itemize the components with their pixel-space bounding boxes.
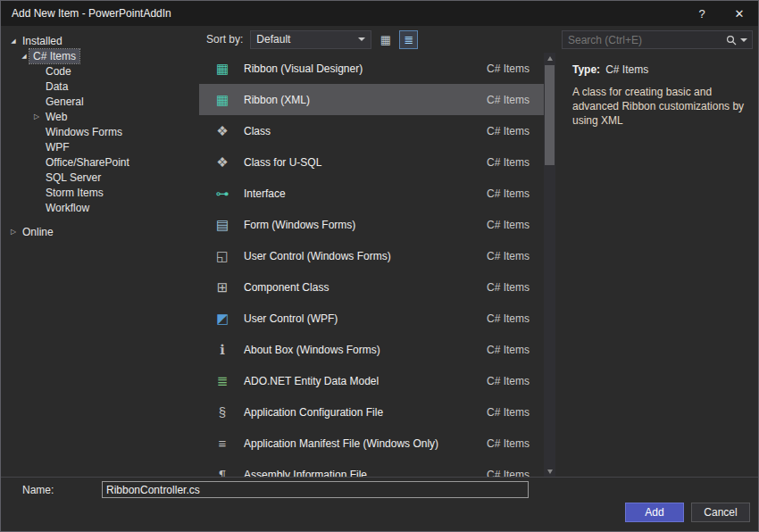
dialog-footer: Name: Add Cancel — [1, 477, 758, 531]
search-icon[interactable] — [726, 35, 737, 46]
tree-node-workflow[interactable]: Workflow — [1, 200, 199, 215]
template-type: C# Items — [487, 437, 530, 450]
template-list-item[interactable]: ◩ User Control (WPF) C# Items — [199, 303, 544, 334]
tree-node-code[interactable]: Code — [1, 63, 199, 79]
template-list-item[interactable]: ⊶ Interface C# Items — [199, 178, 544, 209]
tree-node-data[interactable]: Data — [1, 79, 199, 94]
class-icon: ❖ — [212, 123, 233, 139]
add-button[interactable]: Add — [625, 503, 684, 522]
tree-child-label: WPF — [42, 140, 73, 154]
interface-icon: ⊶ — [212, 186, 233, 202]
template-list-item[interactable]: ▦ Ribbon (XML) C# Items — [199, 84, 544, 115]
tree-node-sql-server[interactable]: SQL Server — [1, 170, 199, 185]
scrollbar-thumb[interactable] — [545, 65, 555, 165]
tree-child-label: SQL Server — [42, 170, 104, 185]
template-name: Component Class — [244, 281, 487, 294]
sort-dropdown[interactable]: Default — [250, 30, 371, 49]
template-name: Ribbon (XML) — [244, 94, 487, 106]
collapse-arrow-icon[interactable]: ▷ — [8, 228, 19, 236]
tree-node-web[interactable]: ▷ Web — [1, 109, 199, 124]
user-control-winforms-icon: ◱ — [212, 248, 233, 264]
tree-node-installed[interactable]: ◢ Installed — [1, 33, 199, 48]
tree-node-wpf[interactable]: WPF — [1, 139, 199, 154]
tree-node-storm-items[interactable]: Storm Items — [1, 185, 199, 200]
add-new-item-dialog: Add New Item - PowerPointAddIn ? ✕ ◢ Ins… — [0, 0, 759, 532]
sort-dropdown-value: Default — [251, 33, 358, 46]
tree-node-general[interactable]: General — [1, 94, 199, 109]
about-box-icon: ℹ — [212, 342, 233, 358]
app-manifest-file-icon: ≡ — [212, 436, 233, 451]
template-list-item[interactable]: ¶ Assembly Information File C# Items — [199, 459, 544, 478]
expand-arrow-icon[interactable]: ◢ — [19, 53, 29, 60]
category-tree: ◢ Installed ◢ C# Items Code Data General… — [1, 26, 199, 478]
medium-icons-view-button[interactable]: ▦ — [376, 30, 395, 49]
template-list-item[interactable]: § Application Configuration File C# Item… — [199, 396, 544, 428]
template-type: C# Items — [487, 94, 530, 106]
template-name: Class — [244, 125, 487, 137]
template-list-item[interactable]: ≣ ADO.NET Entity Data Model C# Items — [199, 365, 544, 396]
title-bar: Add New Item - PowerPointAddIn ? ✕ — [1, 1, 758, 26]
expand-arrow-icon[interactable]: ◢ — [8, 37, 19, 45]
app-config-file-icon: § — [212, 404, 233, 420]
type-row: Type:C# Items — [572, 63, 747, 76]
tree-node-online[interactable]: ▷ Online — [1, 224, 199, 239]
template-list-item[interactable]: ▤ Form (Windows Forms) C# Items — [199, 209, 544, 240]
template-name: Interface — [244, 187, 487, 200]
tree-child-label: Storm Items — [42, 186, 107, 200]
list-scrollbar[interactable] — [544, 53, 555, 478]
tree-node-office-sharepoint[interactable]: Office/SharePoint — [1, 154, 199, 170]
template-name: Form (Windows Forms) — [244, 219, 487, 231]
search-input[interactable] — [563, 34, 726, 46]
template-list-item[interactable]: ℹ About Box (Windows Forms) C# Items — [199, 334, 544, 365]
sort-toolbar: Sort by: Default ▦ ≣ — [199, 26, 562, 53]
cancel-button[interactable]: Cancel — [691, 503, 750, 522]
template-type: C# Items — [487, 156, 530, 169]
sort-by-label: Sort by: — [206, 33, 243, 46]
tree-child-label: General — [42, 95, 88, 109]
tree-child-arrow[interactable]: ▷ — [31, 112, 42, 121]
template-type: C# Items — [487, 219, 530, 231]
small-icons-view-button[interactable]: ≣ — [399, 30, 418, 49]
template-type: C# Items — [487, 344, 530, 356]
template-list-item[interactable]: ◱ User Control (Windows Forms) C# Items — [199, 240, 544, 271]
tree-label-online: Online — [19, 225, 57, 239]
search-icons — [726, 35, 752, 46]
template-name: User Control (Windows Forms) — [244, 250, 487, 262]
help-button[interactable]: ? — [683, 1, 721, 26]
tree-label-installed: Installed — [19, 34, 66, 48]
template-list: ▦ Ribbon (Visual Designer) C# Items ▦ Ri… — [199, 53, 544, 478]
tree-node-windows-forms[interactable]: Windows Forms — [1, 124, 199, 139]
tree-child-label: Windows Forms — [42, 125, 126, 139]
search-chevron-down-icon[interactable] — [740, 38, 747, 42]
dialog-title: Add New Item - PowerPointAddIn — [1, 7, 683, 20]
search-box — [562, 30, 753, 49]
template-list-item[interactable]: ≡ Application Manifest File (Windows Onl… — [199, 428, 544, 459]
template-type: C# Items — [487, 125, 530, 137]
template-list-item[interactable]: ⊞ Component Class C# Items — [199, 271, 544, 303]
template-list-item[interactable]: ▦ Ribbon (Visual Designer) C# Items — [199, 53, 544, 84]
template-list-item[interactable]: ❖ Class C# Items — [199, 115, 544, 146]
class-usql-icon: ❖ — [212, 154, 233, 170]
template-name: Application Manifest File (Windows Only) — [244, 437, 487, 450]
template-type: C# Items — [487, 187, 530, 200]
close-button[interactable]: ✕ — [721, 1, 758, 26]
component-class-icon: ⊞ — [212, 279, 233, 295]
template-name: About Box (Windows Forms) — [244, 344, 487, 356]
tree-child-label: Workflow — [42, 201, 93, 215]
template-type: C# Items — [487, 281, 530, 294]
item-name-input[interactable] — [102, 481, 529, 498]
template-name: Class for U-SQL — [244, 156, 487, 169]
template-type: C# Items — [487, 62, 530, 75]
type-label: Type: — [572, 63, 600, 76]
tree-label-csharp-items: C# Items — [29, 49, 79, 63]
tree-node-csharp-items[interactable]: ◢ C# Items — [1, 48, 199, 63]
form-winforms-icon: ▤ — [212, 217, 233, 233]
template-type: C# Items — [487, 312, 530, 325]
template-type: C# Items — [487, 406, 530, 419]
template-list-item[interactable]: ❖ Class for U-SQL C# Items — [199, 146, 544, 178]
tree-child-label: Office/SharePoint — [42, 155, 133, 170]
tree-child-label: Web — [42, 110, 71, 124]
scroll-up-icon[interactable] — [544, 53, 555, 64]
name-label: Name: — [22, 484, 54, 496]
user-control-wpf-icon: ◩ — [212, 311, 233, 327]
